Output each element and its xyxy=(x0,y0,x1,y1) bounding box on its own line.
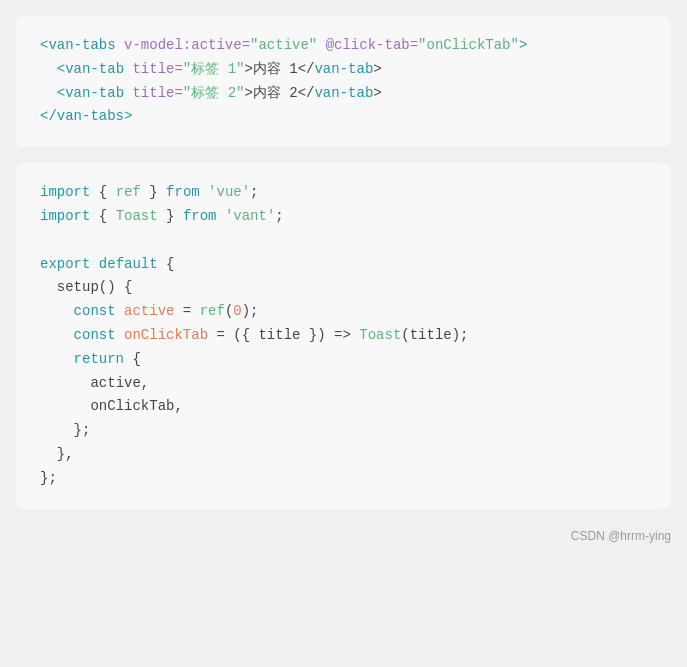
code-token: > xyxy=(373,85,381,101)
code-token: < xyxy=(57,61,65,77)
code-token: } xyxy=(141,184,166,200)
code-token: { xyxy=(124,351,141,367)
code-token: </ xyxy=(40,108,57,124)
code-token: 'vant' xyxy=(225,208,275,224)
code-token: ; xyxy=(250,184,258,200)
code-token: const xyxy=(74,303,116,319)
code-token: "标签 1" xyxy=(183,61,245,77)
code-token: "active" xyxy=(250,37,317,53)
code-token: "标签 2" xyxy=(183,85,245,101)
code-token: ref xyxy=(200,303,225,319)
code-token: () { xyxy=(99,279,133,295)
code-token: > xyxy=(124,108,132,124)
code-line: setup() { xyxy=(40,276,647,300)
code-token: onClickTab, xyxy=(90,398,182,414)
code-token: < xyxy=(57,85,65,101)
code-token: active xyxy=(124,303,174,319)
code-token: export xyxy=(40,256,90,272)
code-line: export default { xyxy=(40,253,647,277)
code-token: ); xyxy=(242,303,259,319)
code-token xyxy=(216,208,224,224)
code-token: from xyxy=(166,184,200,200)
code-token: return xyxy=(74,351,124,367)
code-token: > xyxy=(373,61,381,77)
code-line: import { Toast } from 'vant'; xyxy=(40,205,647,229)
code-line: }; xyxy=(40,467,647,491)
code-token: > xyxy=(519,37,527,53)
code-token: van-tab xyxy=(65,85,124,101)
code-token: van-tab xyxy=(65,61,124,77)
code-token: }; xyxy=(74,422,91,438)
code-token: (title); xyxy=(401,327,468,343)
code-token: title= xyxy=(124,61,183,77)
code-token: } xyxy=(158,208,183,224)
code-token: van-tab xyxy=(314,85,373,101)
code-token: 0 xyxy=(233,303,241,319)
code-line xyxy=(40,229,647,253)
code-block-2: import { ref } from 'vue';import { Toast… xyxy=(16,163,671,508)
code-token xyxy=(90,256,98,272)
code-token: onClickTab xyxy=(124,327,208,343)
watermark: CSDN @hrrm-ying xyxy=(16,529,671,543)
code-line: }, xyxy=(40,443,647,467)
code-token: const xyxy=(74,327,116,343)
code-token xyxy=(116,303,124,319)
code-token: { xyxy=(90,184,115,200)
code-token: van-tabs xyxy=(48,37,115,53)
code-token: >内容 2</ xyxy=(244,85,314,101)
code-line: <van-tab title="标签 1">内容 1</van-tab> xyxy=(40,58,647,82)
code-token: }; xyxy=(40,470,57,486)
code-line: <van-tabs v-model:active="active" @click… xyxy=(40,34,647,58)
code-line: const active = ref(0); xyxy=(40,300,647,324)
code-token: Toast xyxy=(359,327,401,343)
code-token: from xyxy=(183,208,217,224)
code-token: @click-tab= xyxy=(317,37,418,53)
code-token: v-model:active= xyxy=(116,37,250,53)
code-token: = ({ title }) => xyxy=(208,327,359,343)
code-token: van-tab xyxy=(314,61,373,77)
code-token: Toast xyxy=(116,208,158,224)
code-token xyxy=(116,327,124,343)
code-token: = xyxy=(174,303,199,319)
code-line: return { xyxy=(40,348,647,372)
code-token: "onClickTab" xyxy=(418,37,519,53)
code-token: >内容 1</ xyxy=(244,61,314,77)
code-token: { xyxy=(158,256,175,272)
code-token: import xyxy=(40,184,90,200)
code-token: { xyxy=(90,208,115,224)
code-token: import xyxy=(40,208,90,224)
code-line: const onClickTab = ({ title }) => Toast(… xyxy=(40,324,647,348)
code-line: </van-tabs> xyxy=(40,105,647,129)
code-token: ; xyxy=(275,208,283,224)
code-token xyxy=(200,184,208,200)
code-line: active, xyxy=(40,372,647,396)
code-line: }; xyxy=(40,419,647,443)
code-token: van-tabs xyxy=(57,108,124,124)
code-token: active, xyxy=(90,375,149,391)
code-line: <van-tab title="标签 2">内容 2</van-tab> xyxy=(40,82,647,106)
code-line: onClickTab, xyxy=(40,395,647,419)
code-line: import { ref } from 'vue'; xyxy=(40,181,647,205)
code-token: default xyxy=(99,256,158,272)
code-token: title= xyxy=(124,85,183,101)
code-token: ref xyxy=(116,184,141,200)
code-token: }, xyxy=(57,446,74,462)
code-token: setup xyxy=(57,279,99,295)
code-token: 'vue' xyxy=(208,184,250,200)
code-block-1: <van-tabs v-model:active="active" @click… xyxy=(16,16,671,147)
